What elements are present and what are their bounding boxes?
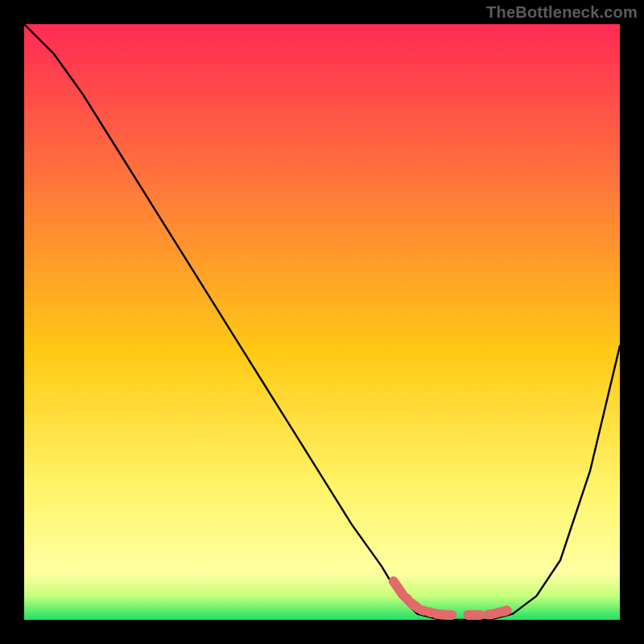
chart-root: TheBottleneck.com bbox=[0, 0, 644, 644]
plot-area bbox=[24, 24, 620, 620]
watermark-text: TheBottleneck.com bbox=[486, 3, 638, 22]
chart-svg bbox=[0, 0, 644, 644]
